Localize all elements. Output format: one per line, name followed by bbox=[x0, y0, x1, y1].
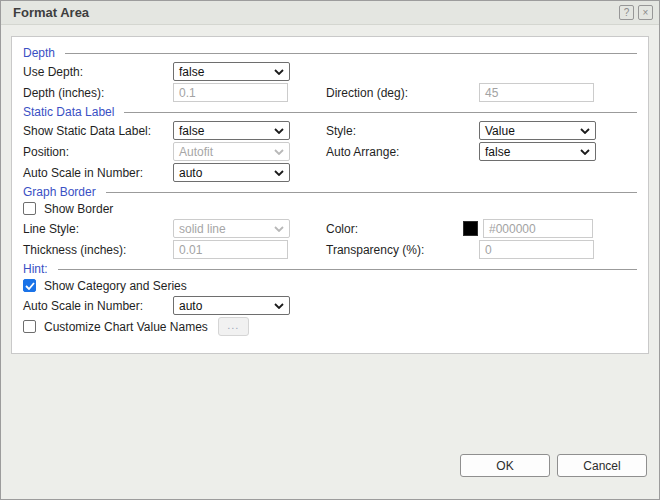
section-header-graph-border: Graph Border bbox=[23, 184, 637, 199]
show-category-series-checkbox[interactable] bbox=[23, 279, 36, 292]
transparency-input: 0 bbox=[479, 240, 594, 259]
use-depth-label: Use Depth: bbox=[23, 65, 173, 79]
thickness-row: Thickness (inches): 0.01 Transparency (%… bbox=[23, 240, 637, 259]
border-color-swatch bbox=[463, 221, 478, 236]
help-button[interactable]: ? bbox=[619, 5, 634, 20]
hint-header: Hint: bbox=[23, 262, 48, 276]
show-border-row: Show Border bbox=[23, 201, 637, 216]
position-row: Position: Autofit Auto Arrange: false bbox=[23, 142, 637, 161]
style-value: Value bbox=[485, 124, 515, 138]
format-area-dialog: Format Area ? × Depth Use Depth: false D… bbox=[0, 0, 660, 500]
content-panel: Depth Use Depth: false Depth (inches): 0… bbox=[11, 36, 649, 354]
style-label: Style: bbox=[326, 124, 479, 138]
line-style-value: solid line bbox=[179, 222, 226, 236]
chevron-down-icon bbox=[274, 226, 284, 232]
section-divider bbox=[124, 112, 637, 113]
thickness-input: 0.01 bbox=[173, 240, 288, 259]
border-color-label: Color: bbox=[326, 222, 479, 236]
section-header-hint: Hint: bbox=[23, 261, 637, 276]
dialog-titlebar: Format Area ? × bbox=[1, 1, 659, 25]
chevron-down-icon bbox=[274, 149, 284, 155]
auto-arrange-value: false bbox=[485, 145, 510, 159]
border-color-field: #000000 bbox=[463, 219, 637, 238]
section-divider bbox=[106, 192, 637, 193]
show-border-checkbox[interactable] bbox=[23, 202, 36, 215]
auto-arrange-select[interactable]: false bbox=[479, 142, 596, 161]
more-options-button: ... bbox=[218, 317, 249, 336]
border-color-input: #000000 bbox=[483, 219, 593, 238]
chevron-down-icon bbox=[580, 149, 590, 155]
position-select: Autofit bbox=[173, 142, 290, 161]
depth-inches-input: 0.1 bbox=[173, 83, 288, 102]
style-select[interactable]: Value bbox=[479, 121, 596, 140]
show-static-data-label-label: Show Static Data Label: bbox=[23, 124, 173, 138]
show-border-label: Show Border bbox=[44, 202, 113, 216]
show-static-data-label-select[interactable]: false bbox=[173, 121, 290, 140]
hint-auto-scale-number-label: Auto Scale in Number: bbox=[23, 299, 173, 313]
auto-scale-number-row: Auto Scale in Number: auto bbox=[23, 163, 637, 182]
chevron-down-icon bbox=[274, 303, 284, 309]
section-header-depth: Depth bbox=[23, 45, 637, 60]
depth-header-label: Depth bbox=[23, 46, 55, 60]
show-static-data-label-value: false bbox=[179, 124, 204, 138]
hint-auto-scale-number-row: Auto Scale in Number: auto bbox=[23, 296, 637, 315]
show-static-data-label-row: Show Static Data Label: false Style: Val… bbox=[23, 121, 637, 140]
chevron-down-icon bbox=[274, 69, 284, 75]
transparency-label: Transparency (%): bbox=[326, 243, 479, 257]
auto-arrange-label: Auto Arrange: bbox=[326, 145, 479, 159]
close-button[interactable]: × bbox=[638, 5, 653, 20]
ok-button[interactable]: OK bbox=[460, 454, 550, 477]
thickness-label: Thickness (inches): bbox=[23, 243, 173, 257]
hint-auto-scale-number-select[interactable]: auto bbox=[173, 296, 290, 315]
line-style-row: Line Style: solid line Color: #000000 bbox=[23, 219, 637, 238]
use-depth-select[interactable]: false bbox=[173, 62, 290, 81]
position-label: Position: bbox=[23, 145, 173, 159]
dialog-footer: OK Cancel bbox=[460, 454, 647, 477]
auto-scale-number-value: auto bbox=[179, 166, 202, 180]
auto-scale-number-label: Auto Scale in Number: bbox=[23, 166, 173, 180]
position-value: Autofit bbox=[179, 145, 213, 159]
chevron-down-icon bbox=[274, 170, 284, 176]
static-data-label-header: Static Data Label bbox=[23, 105, 114, 119]
customize-chart-value-names-row: Customize Chart Value Names ... bbox=[23, 317, 637, 336]
dialog-title: Format Area bbox=[13, 5, 615, 20]
line-style-label: Line Style: bbox=[23, 222, 173, 236]
hint-auto-scale-number-value: auto bbox=[179, 299, 202, 313]
line-style-select: solid line bbox=[173, 219, 290, 238]
depth-inches-row: Depth (inches): 0.1 Direction (deg): 45 bbox=[23, 83, 637, 102]
section-header-static-data-label: Static Data Label bbox=[23, 104, 637, 119]
section-divider bbox=[65, 53, 637, 54]
direction-label: Direction (deg): bbox=[326, 86, 479, 100]
chevron-down-icon bbox=[580, 128, 590, 134]
cancel-button[interactable]: Cancel bbox=[557, 454, 647, 477]
depth-inches-label: Depth (inches): bbox=[23, 86, 173, 100]
chevron-down-icon bbox=[274, 128, 284, 134]
use-depth-value: false bbox=[179, 65, 204, 79]
customize-chart-value-names-label: Customize Chart Value Names bbox=[44, 320, 208, 334]
graph-border-header: Graph Border bbox=[23, 185, 96, 199]
direction-input: 45 bbox=[479, 83, 594, 102]
section-divider bbox=[58, 269, 637, 270]
check-icon bbox=[25, 282, 35, 290]
use-depth-row: Use Depth: false bbox=[23, 62, 637, 81]
customize-chart-value-names-checkbox[interactable] bbox=[23, 320, 36, 333]
show-category-series-row: Show Category and Series bbox=[23, 278, 637, 293]
show-category-series-label: Show Category and Series bbox=[44, 279, 187, 293]
auto-scale-number-select[interactable]: auto bbox=[173, 163, 290, 182]
